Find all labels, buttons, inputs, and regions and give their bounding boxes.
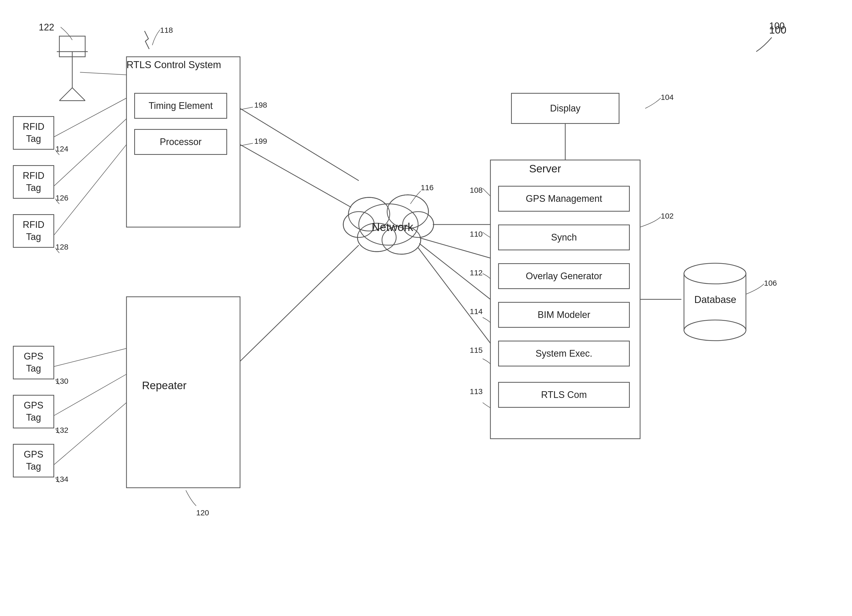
svg-point-45 — [343, 211, 374, 237]
svg-line-12 — [240, 245, 359, 361]
ref-120: 120 — [196, 508, 209, 517]
rfid-tag-1: RFIDTag — [13, 116, 54, 149]
ref-100: 100 — [769, 21, 785, 32]
gps-management: GPS Management — [498, 186, 630, 211]
svg-line-50 — [240, 107, 253, 110]
processor-label: Processor — [160, 136, 202, 148]
svg-line-11 — [240, 145, 359, 211]
svg-line-22 — [54, 349, 127, 367]
ref-122: 122 — [39, 22, 54, 33]
server-label: Server — [529, 163, 561, 175]
svg-point-38 — [344, 212, 373, 237]
display-box: Display — [511, 93, 619, 124]
svg-line-5 — [72, 88, 85, 101]
ref-134: 134 — [56, 475, 68, 484]
rfid-tag-3-label: RFIDTag — [23, 219, 44, 243]
network-label: Network — [372, 220, 413, 234]
system-exec-label: System Exec. — [536, 347, 592, 360]
ref-108: 108 — [470, 186, 483, 195]
ref-114: 114 — [470, 307, 483, 316]
svg-line-4 — [59, 88, 72, 101]
svg-line-21 — [54, 145, 127, 235]
svg-point-49 — [684, 320, 746, 341]
ref-113: 113 — [470, 387, 483, 396]
timing-element-label: Timing Element — [149, 100, 213, 112]
gps-tag-3-label: GPSTag — [24, 448, 43, 473]
ref-128: 128 — [56, 243, 68, 251]
rtls-control-title: RTLS Control System — [127, 59, 221, 71]
svg-line-19 — [54, 98, 127, 137]
rfid-tag-2-label: RFIDTag — [23, 170, 44, 194]
rfid-tag-2: RFIDTag — [13, 165, 54, 199]
svg-line-14 — [418, 237, 490, 258]
ref-124: 124 — [56, 145, 68, 153]
gps-tag-1: GPSTag — [13, 346, 54, 379]
rfid-tag-3: RFIDTag — [13, 214, 54, 248]
ref-115: 115 — [470, 346, 483, 355]
ref-132: 132 — [56, 426, 68, 435]
bim-modeler: BIM Modeler — [498, 302, 630, 328]
timing-element: Timing Element — [134, 93, 227, 119]
ref-106: 106 — [764, 279, 777, 287]
svg-line-51 — [240, 143, 253, 146]
ref-118: 118 — [160, 26, 173, 35]
svg-rect-3 — [59, 36, 85, 57]
gps-tag-1-label: GPSTag — [24, 350, 43, 375]
synch-label: Synch — [551, 231, 577, 244]
processor: Processor — [134, 129, 227, 155]
gps-tag-3: GPSTag — [13, 444, 54, 477]
database-label: Database — [694, 294, 736, 305]
bim-modeler-label: BIM Modeler — [538, 309, 590, 321]
ref-110: 110 — [470, 229, 483, 239]
ref-199: 199 — [254, 137, 267, 145]
gps-tag-2-label: GPSTag — [24, 400, 43, 424]
svg-line-16 — [418, 248, 490, 343]
ref-104: 104 — [661, 93, 674, 102]
svg-point-48 — [684, 263, 746, 284]
overlay-generator: Overlay Generator — [498, 263, 630, 289]
repeater-label: Repeater — [142, 379, 187, 392]
ref-198: 198 — [254, 101, 267, 109]
rfid-tag-1-label: RFIDTag — [23, 121, 44, 145]
gps-tag-2: GPSTag — [13, 395, 54, 429]
svg-rect-8 — [127, 297, 240, 488]
ref-130: 130 — [56, 377, 68, 385]
display-label: Display — [550, 103, 580, 115]
ref-112: 112 — [470, 269, 483, 277]
rtls-com: RTLS Com — [498, 382, 630, 408]
svg-line-25 — [80, 72, 127, 75]
svg-point-31 — [343, 211, 374, 237]
ref-126: 126 — [56, 193, 68, 202]
ref-116: 116 — [421, 183, 434, 192]
ref-102: 102 — [661, 211, 674, 220]
system-exec: System Exec. — [498, 341, 630, 367]
synch-box: Synch — [498, 225, 630, 250]
gps-management-label: GPS Management — [526, 193, 602, 205]
overlay-generator-label: Overlay Generator — [526, 270, 602, 282]
rtls-com-label: RTLS Com — [541, 389, 587, 401]
